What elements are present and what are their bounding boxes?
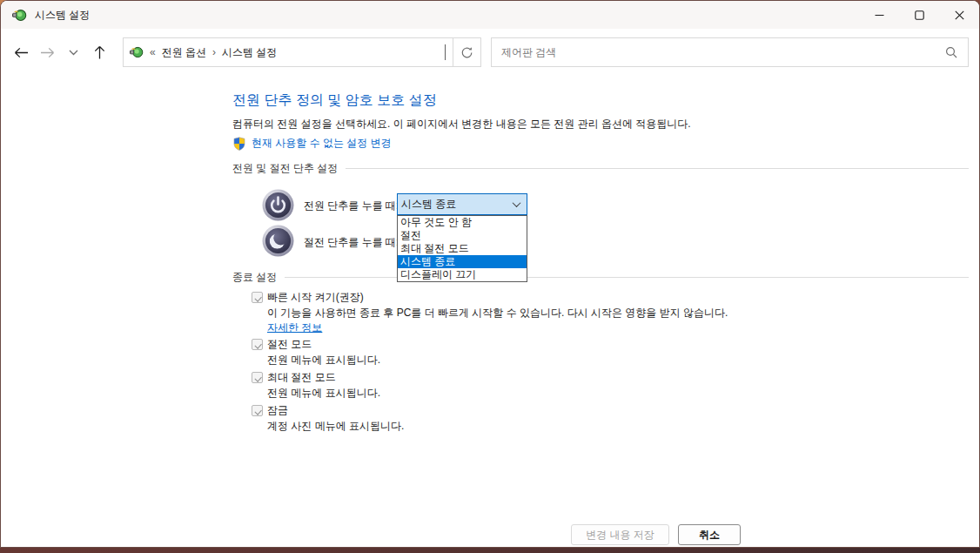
power-action-dropdown-list: 아무 것도 안 함 절전 최대 절전 모드 시스템 종료 디스플레이 끄기 — [397, 215, 527, 282]
power-button-icon — [262, 189, 294, 221]
fast-startup-description: 이 기능을 사용하면 종료 후 PC를 더 빠르게 시작할 수 있습니다. 다시… — [267, 306, 728, 320]
page-title: 전원 단추 정의 및 암호 보호 설정 — [232, 91, 437, 110]
hibernate-description: 전원 메뉴에 표시됩니다. — [267, 386, 380, 401]
navigation-toolbar: « 전원 옵션 › 시스템 설정 — [1, 29, 979, 76]
page-description: 컴퓨터의 전원 설정을 선택하세요. 이 페이지에서 변경한 내용은 모든 전원… — [232, 117, 691, 132]
address-bar[interactable]: « 전원 옵션 › 시스템 설정 — [123, 37, 481, 67]
address-dropdown-chevron[interactable] — [445, 44, 446, 60]
section-divider — [285, 277, 969, 278]
up-button[interactable] — [86, 39, 112, 65]
dropdown-option-display-off[interactable]: 디스플레이 끄기 — [398, 268, 527, 281]
dropdown-option-sleep[interactable]: 절전 — [398, 229, 527, 242]
lock-checkbox[interactable] — [252, 405, 263, 416]
titlebar: 시스템 설정 — [1, 1, 979, 29]
search-icon[interactable] — [945, 46, 957, 58]
cancel-button[interactable]: 취소 — [678, 524, 741, 545]
power-row-label: 전원 단추를 누를 때: — [304, 199, 399, 213]
system-settings-window: 시스템 설정 — [0, 0, 980, 548]
sleep-mode-label: 절전 모드 — [267, 337, 312, 352]
fast-startup-label: 빠른 시작 켜기(권장) — [267, 290, 364, 305]
change-unavailable-settings-link[interactable]: 현재 사용할 수 없는 설정 변경 — [232, 136, 392, 151]
hibernate-checkbox[interactable] — [252, 372, 263, 383]
dropdown-option-do-nothing[interactable]: 아무 것도 안 함 — [398, 216, 527, 229]
fast-startup-checkbox[interactable] — [252, 292, 263, 303]
save-changes-button: 변경 내용 저장 — [571, 524, 669, 545]
uac-shield-icon — [232, 137, 246, 151]
power-action-combobox[interactable]: 시스템 종료 — [397, 193, 527, 215]
window-title: 시스템 설정 — [35, 8, 90, 23]
learn-more-link[interactable]: 자세한 정보 — [267, 320, 322, 335]
dropdown-option-hibernate[interactable]: 최대 절전 모드 — [398, 242, 527, 255]
close-button[interactable] — [939, 1, 979, 29]
sleep-mode-description: 전원 메뉴에 표시됩니다. — [267, 353, 380, 368]
section-power-buttons: 전원 및 절전 단추 설정 — [232, 161, 969, 176]
power-options-crumb-icon — [130, 45, 144, 59]
combobox-chevron-icon — [513, 199, 521, 207]
breadcrumb-power-options[interactable]: 전원 옵션 — [162, 45, 206, 60]
refresh-button[interactable] — [453, 38, 480, 66]
back-button[interactable] — [8, 39, 34, 65]
section-divider — [346, 168, 969, 169]
sleep-button-icon — [262, 225, 294, 257]
minimize-button[interactable] — [859, 1, 899, 29]
uac-link-label: 현재 사용할 수 없는 설정 변경 — [252, 136, 392, 151]
breadcrumb-separator: › — [212, 46, 216, 58]
section-power-label: 전원 및 절전 단추 설정 — [232, 161, 338, 176]
forward-button[interactable] — [34, 39, 60, 65]
search-box — [491, 37, 969, 67]
lock-label: 잠금 — [267, 403, 288, 418]
search-input[interactable] — [492, 46, 945, 58]
breadcrumb-system-settings[interactable]: 시스템 설정 — [222, 45, 277, 60]
sleep-mode-checkbox[interactable] — [252, 339, 263, 350]
refresh-icon — [460, 46, 473, 59]
sleep-row-label: 절전 단추를 누를 때: — [304, 235, 399, 250]
dropdown-option-shutdown[interactable]: 시스템 종료 — [398, 255, 527, 268]
maximize-button[interactable] — [899, 1, 939, 29]
lock-description: 계정 사진 메뉴에 표시됩니다. — [267, 419, 404, 434]
breadcrumb-overflow[interactable]: « — [150, 46, 156, 58]
hibernate-label: 최대 절전 모드 — [267, 370, 336, 385]
section-shutdown-settings: 종료 설정 — [232, 270, 969, 285]
recent-pages-chevron[interactable] — [60, 39, 86, 65]
power-options-app-icon — [12, 8, 27, 23]
section-shutdown-label: 종료 설정 — [232, 270, 277, 285]
combobox-value: 시스템 종료 — [401, 197, 513, 212]
